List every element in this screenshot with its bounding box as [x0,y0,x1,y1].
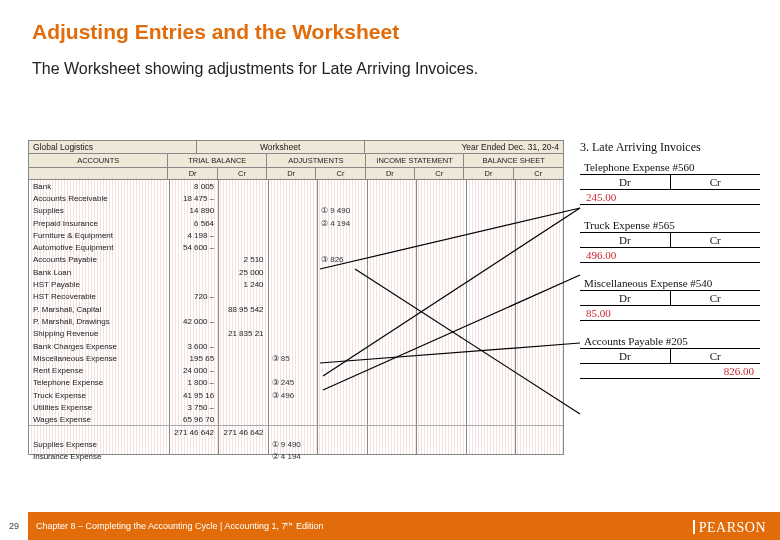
entry-account-name: Telephone Expense #560 [580,161,760,175]
tb-cr: Cr [218,168,267,179]
bs-dr: Dr [464,168,513,179]
adj-dr-cell [268,192,317,204]
account-name: Prepaid Insurance [29,217,169,229]
adj-cr-cell [317,414,366,426]
adj-cr-cell [317,229,366,241]
account-name: Automotive Equipment [29,241,169,253]
entry-cr-label: Cr [671,233,761,247]
adj-dr-cell [268,291,317,303]
entry-account-name: Miscellaneous Expense #540 [580,277,760,291]
tb-cr-cell [218,401,267,413]
entry-dr-amount: 85.00 [580,306,670,320]
account-name: Bank [29,180,169,192]
tb-dr-cell: 4 198 – [169,229,218,241]
table-row: Utilities Expense3 750 – [29,401,563,413]
adj-dr-cell [268,180,317,192]
tb-cr-cell [218,229,267,241]
tb-dr-cell: 3 600 – [169,340,218,352]
account-name [29,426,169,438]
tb-cr-cell [218,241,267,253]
table-row: Wages Expense65 96 70 [29,414,563,426]
adj-dr-cell [268,426,317,438]
account-name: Accounts Payable [29,254,169,266]
table-row: HST Recoverable720 – [29,291,563,303]
entry-dr-label: Dr [580,291,671,305]
account-name: Accounts Receivable [29,192,169,204]
entry-cr-label: Cr [671,349,761,363]
table-row: Bank8 005 [29,180,563,192]
account-name: Truck Expense [29,389,169,401]
account-name: HST Recoverable [29,291,169,303]
adj-cr-cell: ③ 826 [317,254,366,266]
tb-cr-cell [218,180,267,192]
tb-cr-cell: 25 000 [218,266,267,278]
adj-cr-cell [317,328,366,340]
footer-bar: 29 Chapter 8 – Completing the Accounting… [0,512,780,540]
tb-cr-cell [218,414,267,426]
tb-cr-cell: 271 46 642 [218,426,267,438]
section-adjustments: ADJUSTMENTS [267,154,366,167]
adj-dr-cell [268,205,317,217]
adj-dr-cell: ③ 85 [268,352,317,364]
adj-cr-cell [317,291,366,303]
tb-cr-cell [218,389,267,401]
account-name: HST Payable [29,278,169,290]
adj-cr-cell [317,377,366,389]
bs-cr: Cr [514,168,563,179]
adj-cr-cell [317,389,366,401]
t-account-entry: Truck Expense #565DrCr496.00 [580,219,760,263]
table-row: Supplies Expense① 9 490 [29,438,563,450]
table-row: Shipping Revenue21 835 21 [29,328,563,340]
adj-cr-cell [317,426,366,438]
worksheet-header: Global Logistics Worksheet Year Ended De… [28,140,564,154]
table-row: P. Marshall, Drawings42 000 – [29,315,563,327]
account-name: P. Marshall, Drawings [29,315,169,327]
table-row: Furniture & Equipment4 198 – [29,229,563,241]
tb-dr-cell: 271 46 642 [169,426,218,438]
adj-cr-cell [317,340,366,352]
adj-cr-cell [317,266,366,278]
section-accounts: ACCOUNTS [29,154,168,167]
account-name: Supplies [29,205,169,217]
tb-dr-cell [169,438,218,450]
entry-dr-amount: 496.00 [580,248,670,262]
entry-account-name: Truck Expense #565 [580,219,760,233]
adj-dr-cell: ① 9 490 [268,438,317,450]
tb-dr-cell [169,303,218,315]
entry-dr-label: Dr [580,175,671,189]
t-account-entry: Telephone Expense #560DrCr245.00 [580,161,760,205]
tb-cr-cell [218,291,267,303]
section-balance-sheet: BALANCE SHEET [464,154,563,167]
adj-dr-cell [268,401,317,413]
adj-cr-cell [317,451,366,463]
account-name: Wages Expense [29,414,169,426]
is-cr: Cr [415,168,464,179]
table-row: Accounts Receivable18 475 – [29,192,563,204]
adj-cr-cell [317,315,366,327]
t-account-entry: Accounts Payable #205DrCr826.00 [580,335,760,379]
entry-cr-amount [670,248,760,262]
adj-dr-cell [268,328,317,340]
adj-cr-cell [317,438,366,450]
table-row: HST Payable1 240 [29,278,563,290]
table-row: 271 46 642271 46 642 [29,426,563,438]
account-name: Rent Expense [29,364,169,376]
worksheet-sections: ACCOUNTS TRIAL BALANCE ADJUSTMENTS INCOM… [28,154,564,168]
account-name: Shipping Revenue [29,328,169,340]
adj-dr-cell [268,266,317,278]
is-dr: Dr [366,168,415,179]
tb-dr-cell: 6 564 [169,217,218,229]
account-name: Furniture & Equipment [29,229,169,241]
table-row: P. Marshall, Capital88 95 542 [29,303,563,315]
tb-cr-cell [218,217,267,229]
adj-cr-cell [317,352,366,364]
tb-cr-cell [218,205,267,217]
adj-dr-cell [268,414,317,426]
slide-title: Adjusting Entries and the Worksheet [32,20,399,44]
tb-cr-cell [218,364,267,376]
tb-dr-cell [169,278,218,290]
adj-dr-cell: ② 4 194 [268,451,317,463]
entry-dr-amount [580,364,670,378]
adj-dr-cell [268,340,317,352]
tb-cr-cell: 21 835 21 [218,328,267,340]
